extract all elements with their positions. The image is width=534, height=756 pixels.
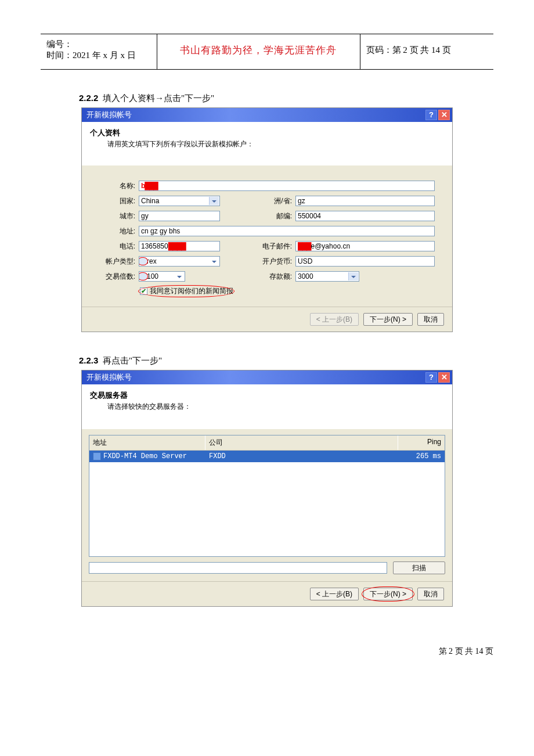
help-icon[interactable]: ?: [425, 110, 437, 120]
section-223-heading: 2.2.3 再点击"下一步": [79, 355, 493, 366]
back-button[interactable]: < 上一步(B): [310, 588, 359, 600]
input-phone[interactable]: 1365850████: [139, 241, 220, 251]
help-icon[interactable]: ?: [425, 372, 437, 383]
dialog-button-bar: < 上一步(B) 下一步(N) > 取消: [82, 307, 452, 332]
next-button[interactable]: 下一步(N) >: [363, 588, 413, 600]
label-country: 国家:: [99, 196, 135, 206]
scan-button[interactable]: 扫描: [393, 561, 445, 574]
label-zip: 邮编:: [250, 211, 292, 221]
label-leverage: 交易倍数:: [99, 272, 135, 282]
label-email: 电子邮件:: [250, 242, 292, 251]
col-ping: Ping: [398, 435, 445, 450]
label-phone: 电话:: [99, 242, 135, 251]
label-deposit: 存款额:: [250, 272, 292, 282]
close-icon[interactable]: ✕: [438, 372, 450, 383]
header-bianhao: 编号：: [46, 39, 73, 49]
label-state: 洲/省:: [250, 196, 292, 206]
section-personal-sub: 请用英文填写下列所有字段以开设新模拟帐户：: [107, 139, 444, 149]
dialog-server-select: 开新模拟帐号 ? ✕ 交易服务器 请选择较快的交易服务器： 地址 公司 Ping…: [81, 370, 453, 607]
server-row-selected[interactable]: FXDD-MT4 Demo Server FXDD 265 ms: [89, 451, 445, 462]
select-account-type[interactable]: forex: [139, 256, 220, 267]
personal-form: 名称: b███ 国家: China 洲/省: gz 城市: gy: [82, 165, 452, 307]
close-icon[interactable]: ✕: [438, 110, 450, 120]
server-list-header: 地址 公司 Ping: [89, 435, 445, 451]
input-currency[interactable]: USD: [295, 256, 435, 267]
consent-check-icon: ✔: [140, 287, 147, 295]
server-list[interactable]: 地址 公司 Ping FXDD-MT4 Demo Server FXDD 265…: [89, 435, 445, 557]
label-account-type: 帐户类型:: [99, 257, 135, 267]
select-leverage[interactable]: 1:100: [139, 271, 185, 282]
consent-checkbox-row[interactable]: ✔ 我同意订阅你们的新闻简报: [140, 286, 233, 296]
header-page: 页码：第 2 页 共 14 页: [366, 45, 451, 55]
select-deposit[interactable]: 3000: [295, 271, 359, 282]
consent-label: 我同意订阅你们的新闻简报: [150, 286, 233, 296]
label-addr: 地址:: [99, 226, 135, 236]
label-city: 城市:: [99, 211, 135, 221]
dialog2-button-bar: < 上一步(B) 下一步(N) > 取消: [82, 581, 452, 606]
next-button[interactable]: 下一步(N) >: [363, 313, 413, 326]
col-company: 公司: [205, 435, 398, 450]
header-motto: 书山有路勤为径，学海无涯苦作舟: [180, 45, 337, 56]
server-address-input[interactable]: [89, 562, 387, 574]
section-222-heading: 2.2.2 填入个人资料→点击"下一步": [79, 93, 493, 104]
header-time: 时间：2021 年 x 月 x 日: [46, 51, 136, 60]
dialog-new-demo-account: 开新模拟帐号 ? ✕ 个人资料 请用英文填写下列所有字段以开设新模拟帐户： 名称…: [81, 107, 453, 332]
page-header: 编号： 时间：2021 年 x 月 x 日 书山有路勤为径，学海无涯苦作舟 页码…: [41, 34, 493, 70]
server-icon: [93, 452, 101, 460]
input-state[interactable]: gz: [295, 196, 435, 206]
col-address: 地址: [89, 435, 205, 450]
input-zip[interactable]: 550004: [295, 211, 435, 221]
server-section-title: 交易服务器: [90, 390, 444, 401]
cancel-button[interactable]: 取消: [417, 588, 444, 600]
dialog2-title-text: 开新模拟帐号: [86, 370, 132, 384]
input-city[interactable]: gy: [139, 211, 220, 221]
section-personal-title: 个人资料: [90, 128, 444, 138]
server-section-sub: 请选择较快的交易服务器：: [107, 402, 444, 412]
label-currency: 开户货币:: [250, 257, 292, 267]
cancel-button[interactable]: 取消: [417, 313, 444, 326]
select-country[interactable]: China: [139, 196, 220, 206]
dialog2-titlebar: 开新模拟帐号 ? ✕: [82, 370, 452, 384]
dialog-title-text: 开新模拟帐号: [86, 108, 132, 122]
input-email[interactable]: ███e@yahoo.cn: [295, 241, 435, 251]
back-button: < 上一步(B): [310, 313, 359, 326]
label-name: 名称:: [99, 181, 135, 191]
page-footer: 第 2 页 共 14 页: [41, 646, 493, 657]
input-name[interactable]: b███: [139, 181, 435, 191]
input-address[interactable]: cn gz gy bhs: [139, 226, 435, 236]
dialog-titlebar: 开新模拟帐号 ? ✕: [82, 108, 452, 122]
